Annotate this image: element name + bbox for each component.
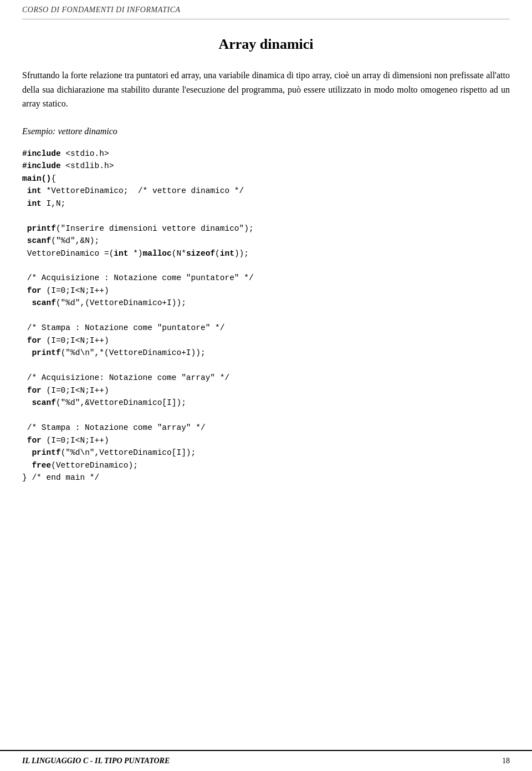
code-line-5: int I,N; [22, 199, 65, 208]
code-line-23: /* Stampa : Notazione come "array" */ [22, 423, 206, 432]
code-line-2: #include <stdlib.h> [22, 161, 114, 170]
code-line-7: printf("Inserire dimensioni vettore dina… [22, 224, 254, 233]
code-line-15: /* Stampa : Notazione come "puntatore" *… [22, 323, 224, 332]
code-line-26: free(VettoreDinamico); [22, 461, 138, 470]
code-line-9: VettoreDinamico =(int *)malloc(N*sizeof(… [22, 249, 249, 258]
example-label: Esempio: vettore dinamico [22, 126, 510, 136]
intro-text: Sfruttando la forte relazione tra puntat… [22, 68, 510, 111]
code-line-16: for (I=0;I<N;I++) [22, 336, 109, 345]
code-line-1: #include <stdio.h> [22, 149, 109, 158]
code-line-17: printf("%d\n",*(VettoreDinamico+I)); [22, 348, 206, 357]
footer-left-text: IL LINGUAGGIO C - IL TIPO PUNTATORE [22, 757, 170, 765]
code-line-24: for (I=0;I<N;I++) [22, 436, 109, 445]
code-line-12: for (I=0;I<N;I++) [22, 286, 109, 295]
code-line-19: /* Acquisizione: Notazione come "array" … [22, 373, 229, 382]
page-container: CORSO DI FONDAMENTI DI INFORMATICA Array… [0, 0, 532, 771]
top-header: CORSO DI FONDAMENTI DI INFORMATICA [22, 0, 510, 19]
code-line-8: scanf("%d",&N); [22, 236, 99, 245]
code-line-27: } /* end main */ [22, 473, 99, 482]
code-line-4: int *VettoreDinamico; /* vettore dinamic… [22, 186, 244, 195]
page-title: Array dinamici [22, 36, 510, 53]
code-line-11: /* Acquisizione : Notazione come "puntat… [22, 273, 254, 282]
code-line-3: main(){ [22, 174, 56, 183]
code-line-21: scanf("%d",&VettoreDinamico[I]); [22, 398, 186, 407]
header-text: CORSO DI FONDAMENTI DI INFORMATICA [22, 6, 181, 14]
bottom-footer: IL LINGUAGGIO C - IL TIPO PUNTATORE 18 [0, 750, 532, 771]
footer-page-number: 18 [502, 757, 510, 765]
code-block: #include <stdio.h> #include <stdlib.h> m… [22, 148, 510, 484]
code-line-20: for (I=0;I<N;I++) [22, 386, 109, 395]
code-line-13: scanf("%d",(VettoreDinamico+I)); [22, 298, 186, 307]
code-line-25: printf("%d\n",VettoreDinamico[I]); [22, 448, 196, 457]
